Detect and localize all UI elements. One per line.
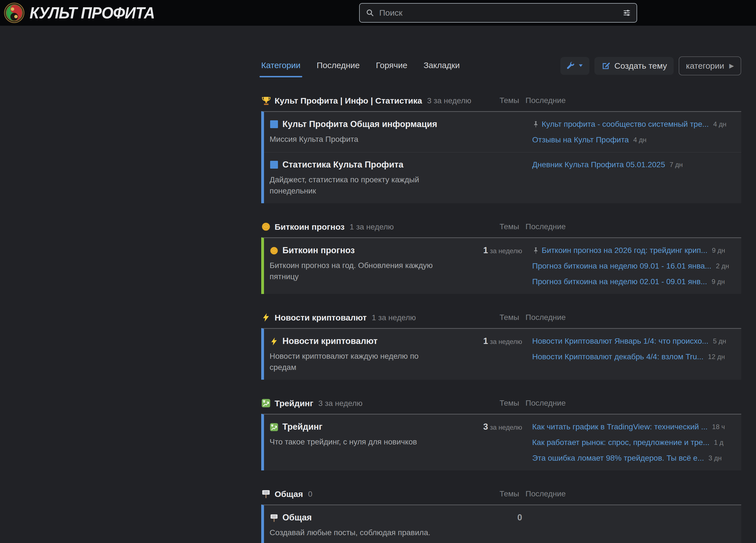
topic-link[interactable]: Как работает рынок: спрос, предложение и… xyxy=(532,438,709,447)
topic-link[interactable]: Как читать график в TradingView: техниче… xyxy=(532,422,708,431)
category-info: Культ Профита Общая информацияМиссия Кул… xyxy=(270,119,477,145)
category-description: Создавай любые посты, соблюдая правила. xyxy=(270,527,440,538)
topic-age: 18 ч xyxy=(712,423,725,431)
column-header-latest: Последние xyxy=(525,399,566,408)
caret-down-icon xyxy=(578,61,584,71)
categories-dropdown-button[interactable]: категории ▶ xyxy=(679,56,741,75)
section-weekly-count: 1 за неделю xyxy=(372,313,416,322)
section-title-link[interactable]: Общая xyxy=(275,489,303,499)
topic-line: Дневник Культа Профита 05.01.20257 дн xyxy=(532,159,739,170)
category-name-link[interactable]: Общая xyxy=(282,513,312,523)
topic-link[interactable]: Новости Криптовалют Январь 1/4: что прои… xyxy=(532,337,709,346)
section-title-link[interactable]: Культ Профита | Инфо | Статистика xyxy=(275,96,422,105)
svg-text:¥: ¥ xyxy=(271,424,273,428)
topic-line: Прогноз биткоина на неделю 09.01 - 16.01… xyxy=(532,260,739,272)
category-info: Биткоин прогнозБиткоин прогноз на год. О… xyxy=(270,245,477,287)
category-block: ¥ТрейдингЧто такое трейдинг, с нуля для … xyxy=(261,414,741,470)
bull-emblem-logo-icon xyxy=(4,3,25,23)
chart-up-icon: ¥ xyxy=(261,398,271,409)
site-title: КУЛЬТ ПРОФИТА xyxy=(30,4,155,22)
category-info: ¥ТрейдингЧто такое трейдинг, с нуля для … xyxy=(270,421,477,464)
category-name-link[interactable]: Культ Профита Общая информация xyxy=(282,119,437,129)
topic-link[interactable]: Прогноз биткоина на неделю 09.01 - 16.01… xyxy=(532,261,711,270)
weekly-topic-count: 1 xyxy=(483,245,488,255)
latest-topics-list: Культ профита - сообщество системный тре… xyxy=(522,119,739,145)
forum-page: КУЛЬТ ПРОФИТА КатегорииПоследниеГорячиеЗ… xyxy=(0,0,756,543)
topic-age: 1 д xyxy=(714,439,723,446)
category-row: Биткоин прогнозБиткоин прогноз на год. О… xyxy=(264,238,741,294)
topic-age: 7 дн xyxy=(669,161,683,169)
topic-age: 4 дн xyxy=(713,120,726,128)
category-section: Биткоин прогноз1 за неделюТемыПоследниеБ… xyxy=(261,221,741,294)
section-title-link[interactable]: Новости криптовалют xyxy=(275,313,367,323)
category-title-line: Статистика Культа Профита xyxy=(270,159,477,170)
weekly-topic-count: 1 xyxy=(483,336,488,346)
topic-age: 9 дн xyxy=(712,246,725,254)
category-weekly-stats xyxy=(477,119,522,145)
category-weekly-stats: 1 за неделю xyxy=(477,336,522,373)
tab-bookmarks[interactable]: Закладки xyxy=(424,61,460,71)
column-header-latest: Последние xyxy=(525,222,566,231)
filter-sliders-icon[interactable] xyxy=(623,9,631,17)
tab-latest[interactable]: Последние xyxy=(317,61,360,71)
coin-icon xyxy=(270,246,279,255)
category-description: Новости криптовалют каждую неделю по сре… xyxy=(270,351,440,373)
search-bar[interactable] xyxy=(359,3,637,23)
tab-categories[interactable]: Категории xyxy=(261,61,301,71)
category-name-link[interactable]: Новости криптовалют xyxy=(282,336,378,346)
placard-icon xyxy=(261,489,271,499)
top-header-bar: КУЛЬТ ПРОФИТА xyxy=(0,0,756,26)
new-topic-button[interactable]: Создать тему xyxy=(594,57,674,75)
category-block: ОбщаяСоздавай любые посты, соблюдая прав… xyxy=(261,504,741,543)
topic-link[interactable]: Эта ошибка ломает 98% трейдеров. Ты всё … xyxy=(532,454,704,463)
wrench-icon xyxy=(566,61,575,70)
new-topic-label: Создать тему xyxy=(615,61,667,71)
latest-topics-list: Дневник Культа Профита 05.01.20257 дн xyxy=(522,159,739,196)
column-header-topics: Темы xyxy=(500,222,519,231)
lightning-icon xyxy=(261,313,271,323)
latest-topics-list xyxy=(522,512,739,538)
topic-link[interactable]: Отзывы на Культ Профита xyxy=(532,135,629,144)
category-name-link[interactable]: Биткоин прогноз xyxy=(282,245,355,255)
topic-link[interactable]: Прогноз биткоина на неделю 02.01 - 09.01… xyxy=(532,277,707,286)
admin-wrench-button[interactable] xyxy=(560,57,589,75)
topic-link[interactable]: Биткоин прогноз на 2026 год: трейдинг кр… xyxy=(542,246,707,255)
section-weekly-count: 3 за неделю xyxy=(427,96,471,105)
category-name-link[interactable]: Трейдинг xyxy=(282,422,322,432)
search-input[interactable] xyxy=(379,8,623,18)
compose-icon xyxy=(601,61,611,71)
site-logo[interactable]: КУЛЬТ ПРОФИТА xyxy=(0,3,160,23)
category-weekly-stats: 0 xyxy=(477,512,522,538)
category-title-line: Биткоин прогноз xyxy=(270,245,477,256)
weekly-topic-count: 0 xyxy=(517,513,522,522)
pin-icon xyxy=(532,247,542,254)
category-row: Культ Профита Общая информацияМиссия Кул… xyxy=(264,112,741,152)
latest-topics-list: Новости Криптовалют Январь 1/4: что прои… xyxy=(522,336,739,373)
category-info: ОбщаяСоздавай любые посты, соблюдая прав… xyxy=(270,512,477,538)
blue-square-icon xyxy=(270,120,279,129)
nav-tabs: КатегорииПоследниеГорячиеЗакладки xyxy=(261,61,460,71)
section-header: Общая0ТемыПоследние xyxy=(261,488,741,500)
topic-age: 4 дн xyxy=(633,136,646,144)
topic-link[interactable]: Культ профита - сообщество системный тре… xyxy=(542,120,709,129)
category-name-link[interactable]: Статистика Культа Профита xyxy=(282,160,403,170)
topic-line: Новости Криптовалют декабрь 4/4: взлом T… xyxy=(532,351,739,362)
topic-line: Как читать график в TradingView: техниче… xyxy=(532,421,739,433)
section-title-link[interactable]: Трейдинг xyxy=(275,399,313,408)
tab-hot[interactable]: Горячие xyxy=(376,61,407,71)
column-header-topics: Темы xyxy=(500,313,519,322)
column-header-latest: Последние xyxy=(525,313,566,322)
trophy-icon xyxy=(261,96,271,106)
category-title-line: Общая xyxy=(270,512,477,523)
topic-link[interactable]: Дневник Культа Профита 05.01.2025 xyxy=(532,160,665,169)
category-title-line: ¥Трейдинг xyxy=(270,421,477,433)
topic-link[interactable]: Новости Криптовалют декабрь 4/4: взлом T… xyxy=(532,352,704,361)
category-block: Культ Профита Общая информацияМиссия Кул… xyxy=(261,111,741,203)
section-title-link[interactable]: Биткоин прогноз xyxy=(275,222,345,232)
pin-icon xyxy=(532,121,542,128)
column-header-latest: Последние xyxy=(525,96,566,105)
category-description: Миссия Культа Профита xyxy=(270,134,440,145)
category-description: Биткоин прогноз на год. Обновления кажду… xyxy=(270,260,440,282)
categories-dropdown-label: категории xyxy=(686,61,724,71)
section-header: Новости криптовалют1 за неделюТемыПослед… xyxy=(261,312,741,324)
